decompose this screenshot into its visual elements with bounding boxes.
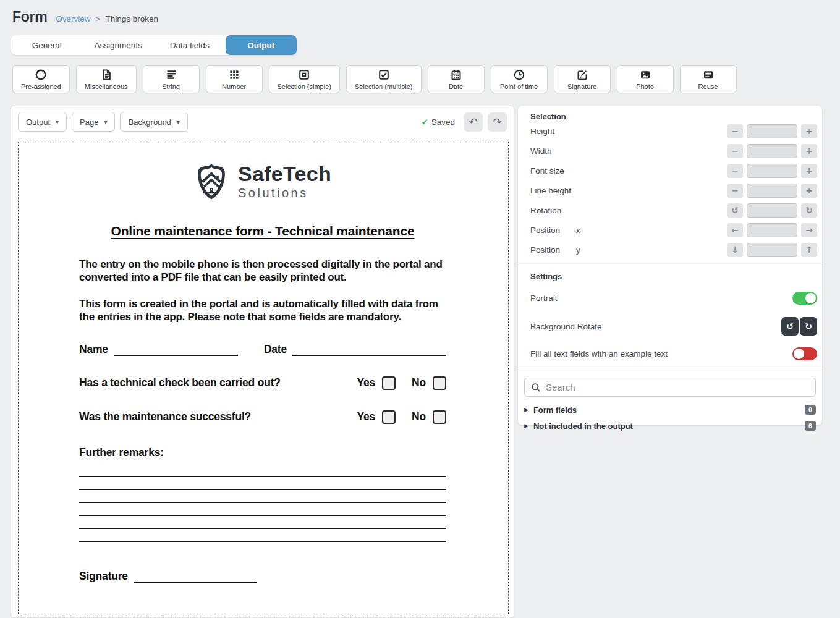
toggle-knob (794, 349, 804, 359)
plus-icon: + (805, 146, 813, 156)
page-dropdown[interactable]: Page ▾ (72, 112, 115, 132)
field-button-selection-multiple[interactable]: Selection (multiple) (346, 65, 422, 93)
breadcrumb-link-overview[interactable]: Overview (56, 14, 90, 23)
field-button-point-of-time[interactable]: Point of time (491, 65, 548, 93)
checkbox-icon (378, 69, 390, 81)
fill-example-text-label: Fill all text fields with an example tex… (530, 349, 668, 358)
group-form-fields[interactable]: ▶ Form fields 0 (518, 402, 822, 418)
field-button-reuse[interactable]: Reuse (680, 65, 737, 93)
background-dropdown[interactable]: Background ▾ (120, 112, 187, 132)
no-checkbox[interactable] (433, 410, 446, 424)
minus-icon: − (731, 126, 739, 136)
property-row-width: Width − + (530, 141, 817, 161)
width-increase-button[interactable]: + (801, 144, 817, 158)
search-box[interactable] (524, 378, 816, 397)
font-size-increase-button[interactable]: + (801, 164, 817, 178)
property-row-position-x: Position x ← → (530, 220, 817, 240)
rotate-cw-button[interactable]: ↻ (801, 203, 817, 218)
font-size-value-input[interactable] (747, 164, 797, 178)
calendar-icon (450, 69, 462, 81)
form-preview-page[interactable]: SafeTech Solutions Online maintenance fo… (18, 142, 509, 614)
search-input[interactable] (546, 382, 809, 392)
width-value-input[interactable] (747, 144, 797, 158)
line-height-decrease-button[interactable]: − (727, 184, 743, 198)
field-button-miscellaneous[interactable]: Miscellaneous (76, 65, 137, 93)
width-decrease-button[interactable]: − (727, 144, 743, 158)
background-rotate-row: Background Rotate ↺ ↻ (530, 317, 817, 336)
no-checkbox[interactable] (433, 376, 446, 390)
field-button-label: Point of time (500, 83, 538, 90)
chevron-down-icon: ▾ (56, 119, 59, 125)
search-icon (531, 383, 541, 392)
output-dropdown-label: Output (26, 117, 50, 127)
page-dropdown-label: Page (80, 117, 98, 127)
settings-section: Settings Portrait Background Rotate ↺ ↻ … (518, 265, 822, 370)
field-button-string[interactable]: String (143, 65, 200, 93)
position-x-value-input[interactable] (747, 223, 797, 237)
position-x-left-button[interactable]: ← (727, 223, 743, 237)
signature-icon (576, 69, 588, 81)
field-button-pre-assigned[interactable]: Pre-assigned (12, 65, 70, 93)
height-increase-button[interactable]: + (801, 124, 817, 138)
height-decrease-button[interactable]: − (727, 124, 743, 138)
tab-data-fields[interactable]: Data fields (154, 35, 226, 55)
position-x-right-button[interactable]: → (801, 223, 817, 237)
field-button-label: String (162, 83, 180, 90)
tab-assignments[interactable]: Assignments (83, 35, 155, 55)
rotate-ccw-button[interactable]: ↺ (727, 203, 743, 218)
field-button-photo[interactable]: Photo (617, 65, 674, 93)
breadcrumb-separator: > (96, 14, 101, 23)
tab-general[interactable]: General (11, 35, 83, 55)
height-value-input[interactable] (747, 124, 797, 138)
group-not-included[interactable]: ▶ Not included in the output 6 (518, 418, 822, 434)
field-button-signature[interactable]: Signature (554, 65, 611, 93)
fill-example-text-toggle[interactable] (792, 347, 817, 360)
position-y-down-button[interactable]: ↓ (727, 243, 743, 257)
position-y-value-input[interactable] (747, 243, 797, 257)
arrow-up-icon: ↑ (805, 245, 813, 255)
signature-line (134, 571, 257, 582)
position-y-up-button[interactable]: ↑ (801, 243, 817, 257)
field-button-label: Selection (multiple) (355, 83, 413, 90)
signature-row: Signature (79, 570, 446, 583)
clock-icon (513, 69, 525, 81)
form-paragraph-2: This form is created in the portal and i… (79, 297, 446, 324)
redo-button[interactable]: ↷ (488, 112, 507, 132)
portrait-setting-row: Portrait (530, 290, 817, 305)
yes-label: Yes (357, 410, 375, 423)
remarks-label: Further remarks: (79, 446, 446, 459)
rotation-value-input[interactable] (747, 203, 797, 218)
field-button-selection-simple[interactable]: Selection (simple) (269, 65, 340, 93)
field-button-label: Photo (636, 83, 654, 90)
background-rotate-ccw-button[interactable]: ↺ (781, 317, 799, 336)
canvas-toolbar: Output ▾ Page ▾ Background ▾ ✔ Saved ↶ ↷ (11, 106, 514, 132)
field-button-date[interactable]: Date (428, 65, 485, 93)
field-button-label: Date (449, 83, 463, 90)
caret-right-icon: ▶ (524, 407, 528, 413)
output-dropdown[interactable]: Output ▾ (18, 112, 67, 132)
keypad-icon (228, 69, 240, 81)
breadcrumb-current: Things broken (105, 14, 158, 23)
remarks-line (79, 490, 446, 503)
check-icon: ✔ (422, 117, 428, 127)
page-header: Form Overview > Things broken (12, 9, 158, 25)
yes-checkbox[interactable] (382, 410, 396, 424)
field-button-label: Number (222, 83, 246, 90)
plus-icon: + (805, 185, 813, 195)
field-button-number[interactable]: Number (206, 65, 263, 93)
rotate-ccw-icon: ↺ (786, 321, 794, 331)
tab-output[interactable]: Output (226, 35, 297, 55)
font-size-decrease-button[interactable]: − (727, 164, 743, 178)
yes-checkbox[interactable] (382, 376, 396, 390)
form-paragraph-1: The entry on the mobile phone is then pr… (79, 258, 446, 284)
field-button-label: Selection (simple) (278, 83, 331, 90)
chevron-down-icon: ▾ (177, 119, 180, 125)
question-row-maintenance-successful: Was the maintenance successful? Yes No (79, 410, 446, 424)
group-label: Form fields (533, 405, 577, 415)
line-height-increase-button[interactable]: + (801, 184, 817, 198)
line-height-value-input[interactable] (747, 184, 797, 198)
fields-search-section (518, 370, 822, 402)
background-rotate-cw-button[interactable]: ↻ (800, 317, 817, 336)
portrait-toggle[interactable] (792, 292, 817, 305)
undo-button[interactable]: ↶ (464, 112, 483, 132)
